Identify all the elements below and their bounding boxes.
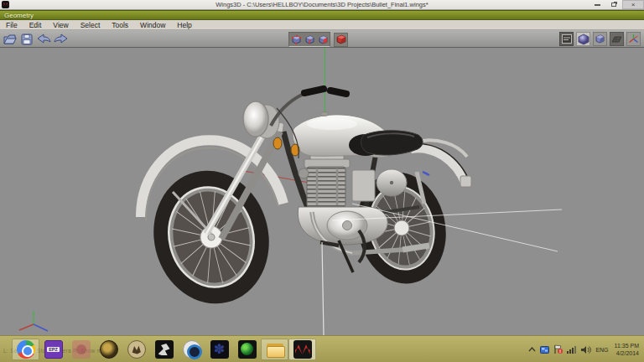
show-axes-button[interactable] xyxy=(626,32,641,46)
menu-file[interactable]: File xyxy=(0,20,23,30)
z-axis-mark xyxy=(423,172,429,175)
side-stand xyxy=(339,240,353,272)
save-file-button[interactable] xyxy=(19,32,34,46)
tray-update-icon[interactable] xyxy=(540,345,549,354)
grip-right xyxy=(330,90,346,94)
media-icon xyxy=(127,340,146,359)
vertex-mode-button[interactable] xyxy=(289,33,303,46)
taskbar-dark-game[interactable] xyxy=(150,339,178,360)
y-axis-negative xyxy=(322,242,324,335)
language-indicator[interactable]: ENG xyxy=(595,347,608,353)
geometry-viewport[interactable]: x xyxy=(0,48,644,335)
taskbar-wings3d[interactable] xyxy=(288,339,316,360)
save-floppy-icon xyxy=(21,34,33,45)
system-tray: ENG 11:35 PM 4/2/2014 xyxy=(528,336,642,362)
tank-cap xyxy=(320,112,329,116)
clock-date: 4/2/2014 xyxy=(615,349,639,357)
grip-left xyxy=(304,89,324,93)
muffler xyxy=(402,246,429,250)
vertex-cube-icon xyxy=(291,34,302,45)
network-signal-icon[interactable] xyxy=(567,345,577,354)
action-center-flag-icon[interactable] xyxy=(553,344,563,354)
open-folder-icon xyxy=(3,34,17,45)
open-file-button[interactable] xyxy=(3,32,18,46)
toolbar xyxy=(0,30,644,48)
taskbar-epz[interactable]: EPZ xyxy=(39,339,67,360)
motorcycle-model[interactable] xyxy=(140,89,471,316)
chevron-up-icon xyxy=(528,347,536,352)
clock-time: 11:35 PM xyxy=(615,342,639,349)
wire-cube-icon xyxy=(595,34,605,44)
face-mode-button[interactable] xyxy=(316,33,330,46)
window-title: Wings3D - C:\Users\HELLBOY\Documents\3D … xyxy=(0,1,644,8)
geometry-label: Geometry xyxy=(4,12,34,19)
battery-box xyxy=(352,170,375,201)
face-cube-icon xyxy=(318,34,329,45)
orthographic-view-button[interactable] xyxy=(593,32,607,46)
camera-app-icon xyxy=(183,340,201,359)
taskbar-palette-app[interactable] xyxy=(95,339,122,360)
menu-tools[interactable]: Tools xyxy=(106,20,134,30)
title-bar: Wings3D - C:\Users\HELLBOY\Documents\3D … xyxy=(0,0,644,10)
epz-icon: EPZ xyxy=(44,340,63,359)
forward-arrow-icon xyxy=(54,34,68,44)
wings3d-icon xyxy=(293,340,312,359)
edge-mode-button[interactable] xyxy=(303,33,316,46)
menu-select[interactable]: Select xyxy=(75,20,106,30)
tail-lamp xyxy=(460,176,471,187)
body-mode-button[interactable] xyxy=(334,33,348,47)
menu-window[interactable]: Window xyxy=(134,20,171,30)
show-hidden-icons-button[interactable] xyxy=(528,347,536,352)
volume-icon[interactable] xyxy=(581,345,591,354)
fan-icon xyxy=(210,340,229,359)
taskbar: L: Select M: Start camera R: Show menu E… xyxy=(0,335,644,362)
mini-axes-gizmo xyxy=(19,311,48,331)
horn xyxy=(299,168,309,178)
menu-view[interactable]: View xyxy=(47,20,74,30)
ground-plane-button[interactable] xyxy=(610,32,624,46)
back-arrow-icon xyxy=(37,34,51,44)
dark-game-icon xyxy=(155,340,174,359)
cylinder-fins xyxy=(307,167,345,207)
taskbar-fan-app[interactable] xyxy=(205,339,233,360)
menu-help[interactable]: Help xyxy=(171,20,197,30)
ground-grid-icon xyxy=(611,35,622,44)
globe-icon xyxy=(238,340,257,359)
chrome-icon xyxy=(17,340,35,359)
faded-game-icon xyxy=(72,340,91,359)
menu-bar: File Edit View Select Tools Window Help xyxy=(0,20,644,30)
taskbar-camera-app[interactable] xyxy=(178,339,205,360)
undo-button[interactable] xyxy=(36,32,51,46)
taskbar-clock[interactable]: 11:35 PM 4/2/2014 xyxy=(615,342,639,357)
viewport-canvas[interactable]: x xyxy=(0,48,644,335)
redo-button[interactable] xyxy=(53,32,68,46)
palette-icon xyxy=(100,340,118,359)
menu-edit[interactable]: Edit xyxy=(23,20,48,30)
taskbar-chrome[interactable] xyxy=(12,339,39,360)
taskbar-globe-app[interactable] xyxy=(233,339,261,360)
headlamp xyxy=(243,101,268,137)
geometry-window-header[interactable]: Geometry xyxy=(0,10,644,20)
body-cube-icon xyxy=(335,34,347,45)
folder-icon xyxy=(266,340,284,359)
workmode-button[interactable] xyxy=(559,32,574,46)
turn-signal-left xyxy=(273,137,282,149)
taskbar-media-app[interactable] xyxy=(122,339,150,360)
edge-cube-icon xyxy=(304,34,315,45)
selection-mode-group xyxy=(288,32,330,47)
smooth-preview-button[interactable] xyxy=(576,32,590,46)
taskbar-explorer[interactable] xyxy=(261,339,288,360)
axes-icon xyxy=(628,34,639,44)
taskbar-faded-game[interactable] xyxy=(67,339,95,360)
front-wheel xyxy=(140,158,283,316)
workmode-icon xyxy=(562,34,572,44)
wings3d-window: Wings3D - C:\Users\HELLBOY\Documents\3D … xyxy=(0,0,644,362)
epz-label: EPZ xyxy=(47,347,60,352)
smooth-shaded-icon xyxy=(578,34,589,45)
